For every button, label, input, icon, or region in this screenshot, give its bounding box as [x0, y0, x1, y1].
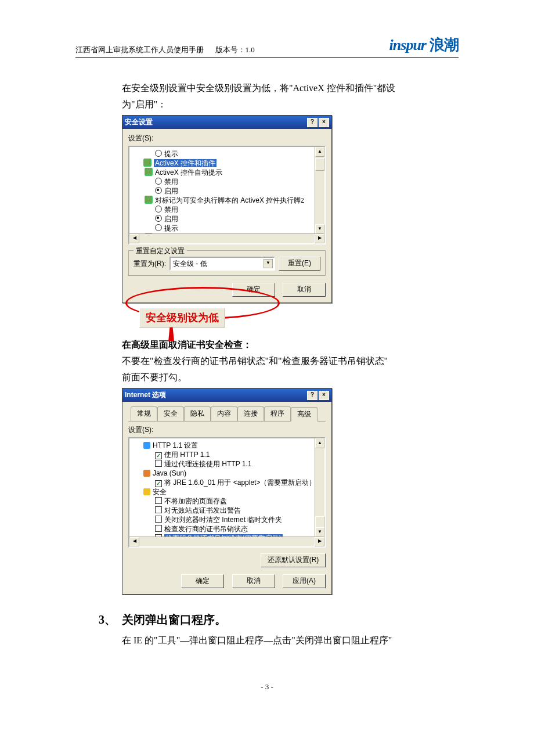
help-button[interactable]: ?	[307, 391, 317, 400]
vertical-scrollbar[interactable]: ▲ ▼	[315, 438, 324, 537]
gear-icon	[143, 159, 151, 167]
checkbox-icon[interactable]	[155, 460, 162, 467]
ok-button[interactable]: 确定	[232, 283, 275, 297]
ie-icon	[143, 442, 150, 449]
help-button[interactable]: ?	[307, 118, 317, 127]
horizontal-scrollbar[interactable]: ◀ ▶	[129, 233, 324, 243]
internet-options-dialog: Internet 选项 ? × 常规 安全 隐私 内容 连接 程序 高级 设置(…	[122, 388, 332, 595]
radio-icon[interactable]	[155, 206, 162, 213]
page-header: 江西省网上审批系统工作人员使用手册 版本号：1.0 inspur浪潮	[75, 35, 459, 58]
reset-button[interactable]: 重置(E)	[279, 257, 320, 271]
tab-content[interactable]: 内容	[211, 406, 237, 421]
activex-header: ActiveX 控件和插件	[154, 159, 217, 167]
advanced-settings-listbox[interactable]: HTTP 1.1 设置 使用 HTTP 1.1 通过代理连接使用 HTTP 1.…	[128, 437, 326, 548]
inspur-logo: inspur浪潮	[389, 35, 459, 55]
restore-defaults-button[interactable]: 还原默认设置(R)	[261, 553, 326, 567]
reset-legend: 重置自定义设置	[134, 246, 187, 256]
tab-general[interactable]: 常规	[131, 406, 157, 421]
settings-label: 设置(S):	[128, 425, 326, 435]
paragraph: 在 IE 的"工具"—弹出窗口阻止程序—点击"关闭弹出窗口阻止程序"	[122, 633, 459, 647]
checkbox-icon[interactable]	[155, 452, 162, 459]
ok-button[interactable]: 确定	[181, 574, 224, 588]
security-level-dropdown[interactable]: 安全级 - 低 ▼	[169, 257, 275, 271]
doc-title: 江西省网上审批系统工作人员使用手册	[75, 45, 204, 54]
scroll-up-icon[interactable]: ▲	[315, 438, 324, 448]
paragraph: 前面不要打勾。	[122, 370, 459, 384]
reset-to-label: 重置为(R):	[134, 259, 166, 269]
gear-icon	[145, 196, 153, 204]
checkbox-icon[interactable]	[155, 516, 162, 523]
reset-fieldset: 重置自定义设置 重置为(R): 安全级 - 低 ▼ 重置(E)	[128, 250, 326, 276]
checkbox-icon[interactable]	[155, 480, 162, 487]
chevron-down-icon[interactable]: ▼	[264, 259, 273, 268]
tab-programs[interactable]: 程序	[264, 406, 291, 421]
checkbox-icon[interactable]	[155, 525, 162, 532]
close-button[interactable]: ×	[319, 118, 329, 127]
scroll-right-icon[interactable]: ▶	[315, 234, 324, 243]
scroll-left-icon[interactable]: ◀	[129, 234, 139, 243]
settings-label: 设置(S):	[128, 134, 326, 143]
vertical-scrollbar[interactable]: ▲ ▼	[315, 147, 324, 234]
scroll-down-icon[interactable]: ▼	[315, 224, 324, 234]
apply-button[interactable]: 应用(A)	[283, 574, 326, 588]
doc-version: 版本号：1.0	[215, 45, 255, 54]
tab-advanced[interactable]: 高级	[291, 407, 317, 422]
java-icon	[143, 470, 150, 477]
security-settings-dialog: 安全设置 ? × 设置(S): 提示 ActiveX 控件和插件 ActiveX…	[122, 115, 332, 303]
radio-icon[interactable]	[155, 224, 162, 231]
paragraph: 在安全级别设置中安全级别设置为低，将"ActiveX 控件和插件"都设	[122, 81, 459, 95]
dialog-title: 安全设置	[125, 117, 153, 127]
dialog-titlebar: Internet 选项 ? ×	[122, 388, 331, 402]
dialog-title: Internet 选项	[125, 390, 166, 400]
checkbox-icon[interactable]	[155, 506, 162, 513]
radio-icon[interactable]	[155, 215, 162, 222]
paragraph: 为"启用"：	[122, 98, 459, 111]
annotation-label: 安全级别设为低	[139, 308, 225, 327]
scroll-thumb[interactable]	[315, 158, 324, 171]
scroll-down-icon[interactable]: ▼	[315, 527, 324, 537]
scroll-thumb[interactable]	[315, 516, 324, 528]
tab-privacy[interactable]: 隐私	[184, 406, 211, 421]
cancel-button[interactable]: 取消	[232, 574, 275, 588]
radio-icon[interactable]	[155, 178, 162, 185]
section-3-heading: 3、 关闭弹出窗口程序。	[99, 612, 459, 628]
close-button[interactable]: ×	[319, 391, 329, 400]
settings-listbox[interactable]: 提示 ActiveX 控件和插件 ActiveX 控件自动提示 禁用 启用 对标…	[128, 146, 326, 244]
gear-icon	[145, 168, 153, 176]
lock-icon	[143, 488, 150, 495]
scroll-right-icon[interactable]: ▶	[315, 537, 324, 546]
tab-connections[interactable]: 连接	[237, 406, 264, 421]
options-tabs: 常规 安全 隐私 内容 连接 程序 高级	[128, 406, 326, 422]
cancel-button[interactable]: 取消	[283, 283, 326, 297]
horizontal-scrollbar[interactable]: ◀ ▶	[129, 537, 324, 546]
dialog-titlebar: 安全设置 ? ×	[122, 116, 331, 129]
checkbox-icon[interactable]	[155, 497, 162, 504]
radio-icon[interactable]	[155, 187, 162, 194]
radio-icon[interactable]	[155, 150, 162, 157]
scroll-up-icon[interactable]: ▲	[315, 147, 324, 157]
paragraph: 不要在"检查发行商的证书吊销状态"和"检查服务器证书吊销状态"	[122, 354, 459, 368]
page-number: - 3 -	[0, 682, 534, 692]
tab-security[interactable]: 安全	[157, 406, 184, 421]
scroll-left-icon[interactable]: ◀	[129, 537, 139, 546]
